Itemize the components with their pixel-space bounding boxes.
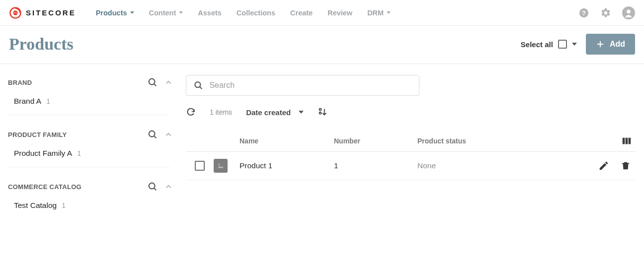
- table-row[interactable]: Product 1 1 None: [186, 152, 635, 180]
- svg-rect-17: [320, 112, 322, 114]
- nav-item-label: Products: [96, 9, 127, 17]
- facet-item[interactable]: Brand A 1: [8, 97, 170, 115]
- nav-item-products[interactable]: Products: [96, 9, 134, 17]
- chevron-up-icon[interactable]: [164, 78, 173, 87]
- search-box[interactable]: [186, 75, 419, 96]
- image-placeholder-icon: [214, 159, 228, 173]
- chevron-up-icon[interactable]: [164, 130, 173, 139]
- svg-line-13: [154, 188, 156, 190]
- svg-point-1: [13, 10, 17, 15]
- nav-item-assets[interactable]: Assets: [198, 9, 222, 17]
- sort-label: Date created: [246, 108, 291, 117]
- chevron-down-icon[interactable]: [572, 43, 577, 46]
- edit-icon[interactable]: [598, 160, 609, 171]
- facet-title: COMMERCE CATALOG: [8, 183, 81, 191]
- sitecore-logo-icon: [9, 6, 22, 19]
- chevron-down-icon: [179, 11, 183, 14]
- sort-direction-icon[interactable]: [318, 107, 328, 118]
- nav-item-review[interactable]: Review: [327, 9, 352, 17]
- table-header: Name Number Product status: [186, 131, 635, 152]
- column-header-number[interactable]: Number: [334, 137, 417, 145]
- column-header-name[interactable]: Name: [240, 137, 334, 145]
- main-content: 1 items Date created Name Number Product…: [179, 64, 644, 245]
- chevron-down-icon: [387, 11, 391, 14]
- svg-line-9: [154, 84, 156, 86]
- select-all-control[interactable]: Select all: [521, 40, 577, 49]
- refresh-icon[interactable]: [186, 107, 196, 117]
- facet-brand: BRAND Brand A 1: [8, 77, 173, 115]
- facet-item-count: 1: [62, 201, 66, 209]
- help-icon[interactable]: ?: [578, 7, 589, 18]
- facet-item-count: 1: [77, 149, 81, 157]
- search-input[interactable]: [209, 81, 412, 90]
- row-checkbox[interactable]: [186, 161, 214, 171]
- row-status: None: [417, 161, 564, 170]
- facet-product-family: PRODUCT FAMILY Product Family A 1: [8, 129, 173, 167]
- brand-logo[interactable]: SITECORE: [9, 6, 76, 19]
- nav-item-label: Create: [290, 9, 313, 17]
- search-icon[interactable]: [147, 129, 158, 140]
- page-actions: Select all Add: [521, 34, 635, 55]
- row-name: Product 1: [240, 161, 334, 170]
- svg-point-10: [149, 131, 155, 137]
- list-toolbar: 1 items Date created: [186, 107, 635, 118]
- page-title: Products: [9, 35, 74, 54]
- search-icon[interactable]: [147, 77, 158, 88]
- nav-item-collections[interactable]: Collections: [237, 9, 275, 17]
- brand-name: SITECORE: [26, 8, 76, 17]
- chevron-up-icon[interactable]: [164, 182, 173, 191]
- facet-item[interactable]: Test Catalog 1: [8, 201, 170, 219]
- plus-icon: [596, 40, 605, 49]
- svg-point-12: [149, 183, 155, 189]
- search-icon[interactable]: [147, 181, 158, 192]
- select-all-checkbox[interactable]: [558, 40, 567, 49]
- top-right-icons: ?: [578, 6, 635, 19]
- facet-item-count: 1: [46, 97, 50, 105]
- svg-point-14: [195, 82, 200, 87]
- add-button-label: Add: [610, 40, 625, 49]
- nav-item-content[interactable]: Content: [149, 9, 183, 17]
- svg-line-11: [154, 136, 156, 138]
- page-header: Products Select all Add: [0, 26, 644, 64]
- facet-item-label: Product Family A: [14, 149, 72, 158]
- facet-item[interactable]: Product Family A 1: [8, 149, 170, 167]
- nav-item-label: Collections: [237, 9, 275, 17]
- add-button[interactable]: Add: [586, 34, 635, 55]
- row-number: 1: [334, 161, 417, 170]
- svg-rect-22: [217, 162, 224, 169]
- svg-point-5: [627, 9, 631, 13]
- svg-point-8: [149, 79, 155, 85]
- facet-title: PRODUCT FAMILY: [8, 131, 67, 138]
- nav-item-label: Review: [327, 9, 352, 17]
- user-avatar-icon[interactable]: [622, 6, 635, 19]
- column-header-status[interactable]: Product status: [417, 137, 564, 145]
- facet-item-label: Brand A: [14, 97, 41, 106]
- top-nav: SITECORE Products Content Assets Collect…: [0, 0, 644, 26]
- facet-commerce-catalog: COMMERCE CATALOG Test Catalog 1: [8, 181, 173, 219]
- svg-rect-16: [320, 109, 322, 111]
- item-count-label: 1 items: [210, 108, 232, 116]
- nav-item-label: Assets: [198, 9, 222, 17]
- select-all-label: Select all: [521, 40, 553, 49]
- chevron-down-icon: [130, 11, 134, 14]
- nav-item-drm[interactable]: DRM: [367, 9, 391, 17]
- svg-text:?: ?: [582, 9, 586, 16]
- facet-title: BRAND: [8, 79, 32, 86]
- nav-links: Products Content Assets Collections Crea…: [96, 9, 578, 17]
- products-table: Name Number Product status Product 1 1 N…: [186, 131, 635, 180]
- svg-rect-21: [629, 138, 631, 144]
- columns-icon[interactable]: [621, 135, 635, 146]
- chevron-down-icon: [299, 111, 304, 114]
- sort-dropdown[interactable]: Date created: [246, 108, 304, 117]
- nav-item-label: Content: [149, 9, 176, 17]
- search-icon: [193, 80, 203, 91]
- svg-line-15: [200, 87, 202, 89]
- facet-item-label: Test Catalog: [14, 201, 57, 210]
- nav-item-create[interactable]: Create: [290, 9, 313, 17]
- svg-rect-19: [623, 138, 625, 144]
- svg-rect-20: [626, 138, 628, 144]
- delete-icon[interactable]: [620, 160, 631, 171]
- nav-item-label: DRM: [367, 9, 384, 17]
- gear-icon[interactable]: [600, 7, 611, 18]
- svg-point-23: [219, 164, 220, 165]
